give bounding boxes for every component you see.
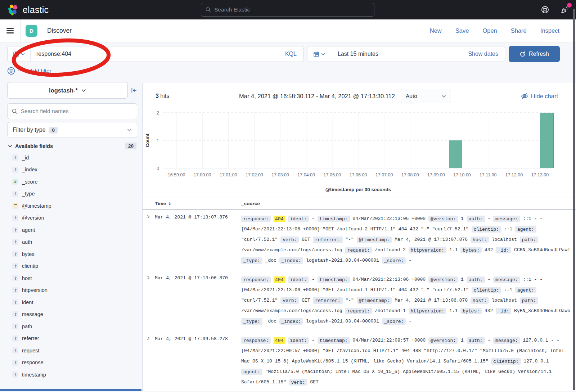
field-name: _id	[22, 155, 29, 161]
available-fields-count-badge: 20	[125, 143, 136, 149]
svg-text:17:03:00: 17:03:00	[271, 172, 289, 177]
share-button[interactable]: Share	[511, 27, 527, 34]
field-item-auth[interactable]: tauth	[7, 236, 137, 248]
available-fields-toggle[interactable]: Available fields 20	[7, 143, 137, 149]
hits-count: 3 hits	[156, 93, 169, 99]
kql-query-input[interactable]	[31, 51, 279, 57]
global-search-input[interactable]	[214, 6, 370, 13]
table-row: Mar 4, 2021 @ 17:13:07.876response: 404 …	[143, 209, 576, 270]
string-type-icon: t	[12, 287, 18, 293]
svg-text:16:59:00: 16:59:00	[168, 172, 185, 177]
svg-text:17:08:00: 17:08:00	[401, 172, 419, 177]
field-name: @timestamp	[22, 203, 51, 209]
field-item-response[interactable]: tresponse	[7, 357, 137, 369]
show-dates-button[interactable]: Show dates	[468, 51, 505, 57]
field-name: referrer	[22, 335, 39, 341]
field-item-bytes[interactable]: tbytes	[7, 248, 137, 260]
row-timestamp: Mar 4, 2021 @ 17:13:06.870	[155, 274, 241, 326]
svg-text:17:11:00: 17:11:00	[480, 172, 497, 177]
hide-chart-button[interactable]: Hide chart	[521, 93, 567, 100]
open-button[interactable]: Open	[482, 27, 497, 34]
number-type-icon: #	[12, 179, 18, 185]
string-type-icon: t	[12, 263, 18, 269]
saved-query-icon	[13, 51, 19, 57]
expand-row-icon[interactable]	[146, 274, 155, 326]
field-item-@version[interactable]: t@version	[7, 212, 137, 224]
date-picker-menu-button[interactable]	[307, 46, 331, 62]
interval-select[interactable]: Auto	[401, 89, 451, 103]
filter-icon[interactable]	[7, 67, 15, 75]
svg-text:17:02:00: 17:02:00	[246, 172, 263, 177]
field-item-_id[interactable]: t_id	[7, 152, 137, 164]
type-filter-count-badge: 0	[49, 127, 58, 134]
row-source: response: 404 ident: - timestamp: 04/Mar…	[241, 335, 572, 387]
field-item-_score[interactable]: #_score	[7, 176, 137, 188]
elastic-logo[interactable]: elastic	[7, 4, 49, 16]
field-name: host	[22, 275, 32, 281]
row-timestamp: Mar 4, 2021 @ 17:13:07.876	[155, 213, 241, 266]
field-item-timestamp[interactable]: ttimestamp	[7, 369, 137, 381]
row-source: response: 404 ident: - timestamp: 04/Mar…	[241, 274, 572, 326]
field-search-box[interactable]	[7, 103, 137, 119]
add-filter-button[interactable]: + Add filter	[25, 68, 51, 74]
saved-query-menu-button[interactable]	[8, 46, 31, 62]
row-timestamp: Mar 4, 2021 @ 17:09:58.278	[155, 335, 241, 387]
page-scrollbar[interactable]	[573, 9, 575, 390]
chevron-down-icon	[81, 88, 86, 93]
string-type-icon: t	[12, 347, 18, 353]
time-column-header[interactable]: Time	[155, 201, 241, 206]
search-icon	[206, 7, 211, 13]
collapse-sidebar-button[interactable]	[131, 87, 137, 94]
svg-text:17:12:00: 17:12:00	[505, 172, 523, 177]
new-button[interactable]: New	[430, 27, 442, 34]
field-item-request[interactable]: trequest	[7, 344, 137, 357]
discover-app-badge[interactable]: D	[26, 25, 37, 37]
brand-name: elastic	[23, 5, 49, 15]
string-type-icon: t	[12, 275, 18, 281]
documents-table: Time _source Mar 4, 2021 @ 17:13:07.876r…	[143, 198, 576, 391]
field-item-message[interactable]: tmessage	[7, 308, 137, 321]
svg-text:17:00:00: 17:00:00	[194, 172, 211, 177]
field-item-host[interactable]: thost	[7, 272, 137, 284]
global-search-box[interactable]	[201, 3, 374, 17]
page-title: Discover	[47, 27, 72, 35]
field-item-@timestamp[interactable]: @timestamp	[7, 200, 137, 212]
newsfeed-icon[interactable]	[560, 5, 569, 14]
field-item-agent[interactable]: tagent	[7, 224, 137, 236]
filter-divider	[18, 71, 22, 71]
string-type-icon: t	[12, 299, 18, 305]
field-item-httpversion[interactable]: thttpversion	[7, 284, 137, 297]
field-item-path[interactable]: tpath	[7, 320, 137, 333]
histogram-svg: 16:59:0017:00:0017:01:0017:02:0017:03:00…	[143, 108, 557, 193]
string-type-icon: t	[12, 191, 18, 197]
string-type-icon: t	[12, 215, 18, 221]
query-language-button[interactable]: KQL	[279, 51, 303, 57]
string-type-icon: t	[12, 335, 18, 342]
field-item-referrer[interactable]: treferrer	[7, 333, 137, 345]
field-item-_type[interactable]: t_type	[7, 188, 137, 200]
expand-row-icon[interactable]	[146, 213, 155, 266]
string-type-icon: t	[12, 360, 18, 366]
histogram-chart[interactable]: 16:59:0017:00:0017:01:0017:02:0017:03:00…	[143, 108, 572, 193]
field-item-ident[interactable]: tident	[7, 296, 137, 308]
menu-button[interactable]	[0, 19, 21, 42]
time-range-display[interactable]: Last 15 minutes	[331, 51, 468, 57]
filter-by-type-select[interactable]: Filter by type 0	[7, 122, 137, 138]
svg-text:0: 0	[157, 166, 159, 171]
filter-bar: + Add filter	[0, 62, 576, 79]
string-type-icon: t	[12, 154, 18, 161]
query-bar: KQL Last 15 minutes Show date	[0, 42, 576, 62]
index-pattern-select[interactable]: logstash-*	[7, 82, 128, 99]
inspect-button[interactable]: Inspect	[540, 27, 559, 34]
field-name: _index	[22, 167, 37, 172]
field-search-input[interactable]	[21, 108, 132, 114]
expand-row-icon[interactable]	[146, 335, 155, 387]
help-icon[interactable]	[541, 5, 549, 14]
refresh-button[interactable]: Refresh	[509, 46, 560, 62]
app-navbar: D Discover New Save Open Share Inspect	[0, 19, 576, 42]
field-item-clientip[interactable]: tclientip	[7, 260, 137, 272]
field-item-_index[interactable]: t_index	[7, 164, 137, 176]
chevron-down-icon	[321, 52, 325, 56]
chevron-down-icon	[127, 128, 132, 132]
save-button[interactable]: Save	[455, 27, 469, 34]
